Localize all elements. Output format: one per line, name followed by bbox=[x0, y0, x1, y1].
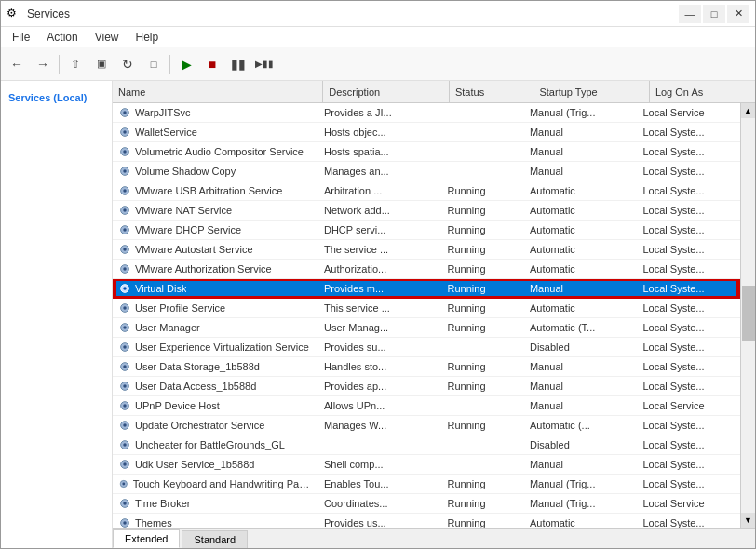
service-icon bbox=[118, 458, 131, 471]
col-logon[interactable]: Log On As bbox=[650, 81, 755, 102]
tab-standard[interactable]: Standard bbox=[182, 530, 248, 548]
scroll-up-arrow[interactable]: ▲ bbox=[741, 103, 756, 118]
service-name-text: WarpJITSvc bbox=[135, 107, 191, 118]
service-status-cell: Running bbox=[442, 514, 524, 528]
service-name-text: Themes bbox=[135, 517, 172, 528]
main-panel: Name Description Status Startup Type Log… bbox=[113, 81, 755, 548]
table-row[interactable]: User ManagerUser Manag...RunningAutomati… bbox=[113, 318, 740, 338]
service-name-text: Uncheater for BattleGrounds_GL bbox=[135, 439, 285, 450]
col-status[interactable]: Status bbox=[450, 81, 534, 102]
service-icon bbox=[118, 165, 131, 178]
table-row[interactable]: User Data Storage_1b588dHandles sto...Ru… bbox=[113, 357, 740, 377]
service-name-text: VMware DHCP Service bbox=[135, 224, 241, 235]
table-row[interactable]: WalletServiceHosts objec...ManualLocal S… bbox=[113, 123, 740, 142]
svg-point-37 bbox=[123, 462, 127, 466]
menu-action[interactable]: Action bbox=[39, 29, 85, 46]
menu-help[interactable]: Help bbox=[128, 29, 167, 46]
col-name[interactable]: Name bbox=[113, 81, 323, 102]
table-row[interactable]: VMware Authorization ServiceAuthorizatio… bbox=[113, 260, 740, 279]
service-status-cell bbox=[442, 142, 524, 161]
minimize-button[interactable]: — bbox=[679, 5, 701, 23]
stop-button[interactable]: ■ bbox=[200, 52, 224, 76]
table-row[interactable]: Udk User Service_1b588dShell comp...Manu… bbox=[113, 455, 740, 475]
menu-view[interactable]: View bbox=[88, 29, 127, 46]
service-startup-cell: Manual bbox=[524, 162, 638, 181]
service-desc-cell: Hosts spatia... bbox=[318, 142, 442, 161]
up-button[interactable]: ⇧ bbox=[63, 52, 88, 76]
back-button[interactable]: ← bbox=[5, 52, 29, 76]
svg-point-17 bbox=[123, 267, 127, 271]
menu-file[interactable]: File bbox=[5, 29, 37, 46]
table-row[interactable]: WarpJITSvcProvides a JI...Manual (Trig..… bbox=[113, 103, 740, 123]
service-name-cell: VMware USB Arbitration Service bbox=[113, 181, 318, 200]
svg-point-15 bbox=[123, 248, 127, 251]
maximize-button[interactable]: □ bbox=[703, 5, 725, 23]
service-name-cell: Virtual Disk bbox=[113, 279, 318, 298]
svg-point-27 bbox=[123, 365, 127, 368]
service-name-text: Touch Keyboard and Handwriting Panel Ser… bbox=[133, 478, 313, 489]
service-icon bbox=[118, 204, 131, 217]
table-row[interactable]: UPnP Device HostAllows UPn...ManualLocal… bbox=[113, 396, 740, 416]
table-row[interactable]: VMware Autostart ServiceThe service ...R… bbox=[113, 240, 740, 260]
service-logon-cell: Local Syste... bbox=[638, 514, 741, 528]
service-icon bbox=[118, 282, 131, 295]
service-name-cell: Udk User Service_1b588d bbox=[113, 455, 318, 474]
close-button[interactable]: ✕ bbox=[727, 5, 749, 23]
table-row[interactable]: VMware DHCP ServiceDHCP servi...RunningA… bbox=[113, 221, 740, 240]
table-row[interactable]: Virtual DiskProvides m...RunningManualLo… bbox=[113, 279, 740, 299]
svg-point-13 bbox=[123, 228, 127, 232]
svg-point-35 bbox=[123, 443, 127, 447]
col-startup[interactable]: Startup Type bbox=[533, 81, 649, 102]
show-hide-button[interactable]: ▣ bbox=[89, 52, 114, 76]
title-bar-left: ⚙ Services bbox=[7, 7, 70, 21]
tab-bar: Extended Standard bbox=[113, 528, 755, 548]
service-logon-cell: Local Syste... bbox=[638, 475, 741, 493]
service-status-cell: Running bbox=[442, 357, 524, 376]
scroll-thumb[interactable] bbox=[742, 286, 755, 341]
svg-point-29 bbox=[123, 384, 127, 388]
service-startup-cell: Manual bbox=[524, 396, 638, 415]
scrollbar[interactable]: ▲ ▼ bbox=[740, 103, 755, 528]
table-body[interactable]: WarpJITSvcProvides a JI...Manual (Trig..… bbox=[113, 103, 740, 528]
table-row[interactable]: Touch Keyboard and Handwriting Panel Ser… bbox=[113, 475, 740, 494]
start-button[interactable]: ▶ bbox=[174, 52, 198, 76]
forward-button[interactable]: → bbox=[31, 52, 55, 76]
table-row[interactable]: VMware NAT ServiceNetwork add...RunningA… bbox=[113, 201, 740, 221]
table-row[interactable]: Uncheater for BattleGrounds_GLDisabledLo… bbox=[113, 435, 740, 455]
service-icon bbox=[118, 184, 131, 197]
properties-button[interactable]: □ bbox=[142, 52, 166, 76]
svg-point-41 bbox=[123, 502, 127, 505]
table-row[interactable]: User Profile ServiceThis service ...Runn… bbox=[113, 299, 740, 318]
service-logon-cell: Local Syste... bbox=[638, 123, 741, 141]
title-controls: — □ ✕ bbox=[679, 5, 749, 23]
refresh-button[interactable]: ↻ bbox=[115, 52, 140, 76]
content-area: Services (Local) Name Description Status… bbox=[1, 81, 755, 548]
table-row[interactable]: Volumetric Audio Compositor ServiceHosts… bbox=[113, 142, 740, 162]
scroll-track[interactable] bbox=[742, 118, 755, 513]
table-row[interactable]: ThemesProvides us...RunningAutomaticLoca… bbox=[113, 514, 740, 528]
service-logon-cell: Local Syste... bbox=[638, 181, 741, 200]
service-logon-cell: Local Syste... bbox=[638, 279, 741, 298]
service-icon bbox=[118, 106, 131, 119]
pause-button[interactable]: ▮▮ bbox=[226, 52, 250, 76]
service-name-cell: Themes bbox=[113, 514, 318, 528]
table-row[interactable]: Update Orchestrator ServiceManages W...R… bbox=[113, 416, 740, 435]
table-row[interactable]: User Experience Virtualization ServicePr… bbox=[113, 338, 740, 357]
svg-point-7 bbox=[123, 169, 127, 173]
table-row[interactable]: User Data Access_1b588dProvides ap...Run… bbox=[113, 377, 740, 396]
service-name-cell: Volumetric Audio Compositor Service bbox=[113, 142, 318, 161]
service-startup-cell: Automatic bbox=[524, 240, 638, 259]
table-row[interactable]: Time BrokerCoordinates...RunningManual (… bbox=[113, 494, 740, 514]
svg-point-33 bbox=[123, 423, 127, 427]
col-desc[interactable]: Description bbox=[323, 81, 450, 102]
scroll-down-arrow[interactable]: ▼ bbox=[741, 513, 756, 528]
table-header: Name Description Status Startup Type Log… bbox=[113, 81, 755, 103]
table-row[interactable]: Volume Shadow CopyManages an...ManualLoc… bbox=[113, 162, 740, 181]
service-name-text: User Manager bbox=[135, 322, 200, 333]
left-panel-title[interactable]: Services (Local) bbox=[5, 88, 108, 107]
restart-button[interactable]: ▶▮▮ bbox=[252, 52, 277, 76]
tab-extended[interactable]: Extended bbox=[113, 529, 180, 548]
service-name-cell: User Profile Service bbox=[113, 299, 318, 317]
table-row[interactable]: VMware USB Arbitration ServiceArbitratio… bbox=[113, 181, 740, 201]
svg-point-1 bbox=[123, 111, 127, 114]
